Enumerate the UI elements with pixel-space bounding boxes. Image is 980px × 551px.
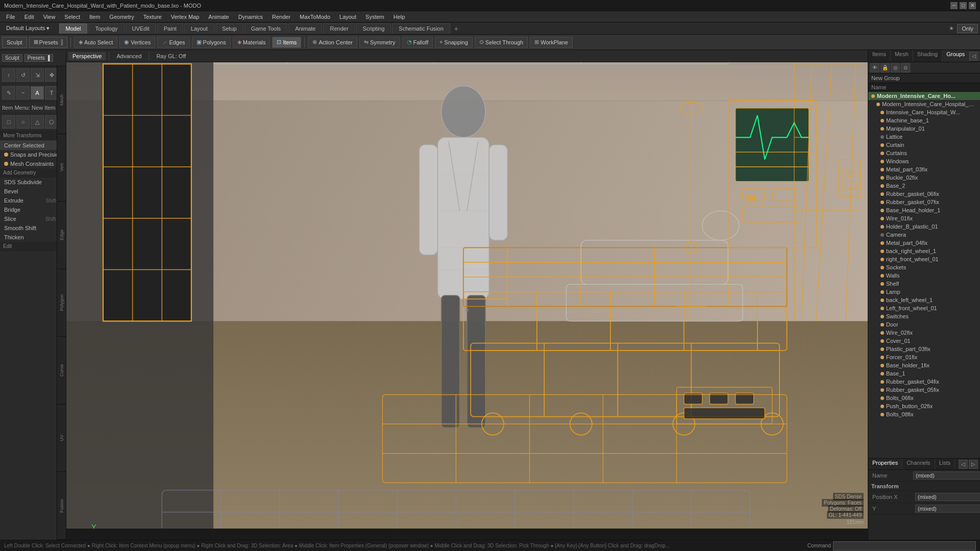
- left-presets-btn[interactable]: Presets ▐: [24, 54, 53, 62]
- new-group-bar[interactable]: New Group: [868, 73, 980, 83]
- presets-button[interactable]: ⊞ Presets ▐: [29, 37, 67, 48]
- prop-tab-channels[interactable]: Channels: [902, 459, 935, 469]
- vertices-button[interactable]: ◉ Vertices: [119, 37, 155, 48]
- vtab-uv[interactable]: UV: [57, 405, 66, 472]
- slice-entry[interactable]: Slice Shift+C: [0, 214, 66, 223]
- scene-item[interactable]: Rubber_gasket_07fix: [868, 198, 980, 206]
- mesh-constraints-entry[interactable]: Mesh Constraints: [0, 159, 66, 168]
- auto-select-button[interactable]: ◈ Auto Select: [74, 37, 117, 48]
- tab-layout[interactable]: Layout: [184, 23, 214, 34]
- rtab-items[interactable]: Items: [868, 50, 891, 62]
- menu-edit[interactable]: Edit: [20, 13, 38, 21]
- prop-tab-lists[interactable]: Lists: [935, 459, 955, 469]
- add-tab-button[interactable]: +: [451, 23, 461, 34]
- vtab-mesh[interactable]: Mesh: [57, 66, 66, 134]
- scene-item[interactable]: Base_2: [868, 182, 980, 190]
- menu-animate[interactable]: Animate: [204, 13, 233, 21]
- vtab-fusion[interactable]: Fusion: [57, 472, 66, 540]
- falloff-button[interactable]: ◔ Falloff: [402, 37, 433, 48]
- scene-item[interactable]: Curtains: [868, 149, 980, 157]
- rtool-eye[interactable]: 👁: [870, 63, 879, 72]
- scene-item[interactable]: Forcer_01fix: [868, 353, 980, 361]
- tab-schematic[interactable]: Schematic Fusion: [392, 23, 450, 34]
- menu-select[interactable]: Select: [60, 13, 84, 21]
- default-layouts-button[interactable]: Default Layouts ▾: [2, 24, 54, 33]
- more-transforms-header[interactable]: More Transforms ▾: [0, 131, 66, 140]
- scene-item[interactable]: Metal_part_04fix: [868, 239, 980, 247]
- maximize-button[interactable]: □: [960, 2, 967, 9]
- viewport-canvas[interactable]: SEL: [66, 62, 868, 529]
- item-menu[interactable]: Item Menu: New Item ▾: [0, 102, 66, 113]
- items-button[interactable]: ⊡ Items: [272, 37, 301, 48]
- prop-name-value[interactable]: [913, 471, 980, 480]
- tab-animate[interactable]: Animate: [288, 23, 322, 34]
- rtab-shading[interactable]: Shading: [913, 50, 942, 62]
- polygons-button[interactable]: ▣ Polygons: [192, 37, 231, 48]
- menu-texture[interactable]: Texture: [139, 13, 166, 21]
- menu-dynamics[interactable]: Dynamics: [234, 13, 267, 21]
- rtab-groups[interactable]: Groups: [942, 50, 969, 62]
- rtool-render[interactable]: ⊙: [901, 63, 910, 72]
- bridge-entry[interactable]: Bridge: [0, 205, 66, 214]
- only-button[interactable]: Only: [957, 24, 978, 33]
- vp-raygl[interactable]: Ray GL: Off: [152, 52, 190, 60]
- prop-posy-value[interactable]: [915, 505, 980, 513]
- sds-subdivide-entry[interactable]: SDS Subdivide D: [0, 178, 66, 187]
- action-center-button[interactable]: ⊕ Action Center: [308, 37, 357, 48]
- prop-posx-value[interactable]: [915, 493, 980, 501]
- menu-file[interactable]: File: [2, 13, 19, 21]
- smooth-shift-entry[interactable]: Smooth Shift: [0, 223, 66, 233]
- minimize-button[interactable]: ─: [950, 2, 958, 9]
- tool-scale[interactable]: ⇲: [31, 68, 44, 82]
- tool-cone[interactable]: △: [31, 115, 44, 129]
- materials-button[interactable]: ◈ Materials: [233, 37, 271, 48]
- workplane-button[interactable]: ⊞ WorkPlane: [530, 37, 573, 48]
- scene-item[interactable]: Modern_Intensive_Care_Hospital_W...: [868, 100, 980, 108]
- bevel-entry[interactable]: Bevel: [0, 187, 66, 196]
- snapping-button[interactable]: ⌖ Snapping: [435, 37, 473, 48]
- scene-item[interactable]: Buckie_02fix: [868, 173, 980, 182]
- tab-paint[interactable]: Paint: [157, 23, 183, 34]
- tab-uvedit[interactable]: UVEdit: [126, 23, 156, 34]
- edges-button[interactable]: ⟋ Edges: [157, 37, 189, 48]
- menu-geometry[interactable]: Geometry: [105, 13, 138, 21]
- menu-layout[interactable]: Layout: [335, 13, 360, 21]
- rtab-collapse[interactable]: ◁: [969, 52, 978, 61]
- tab-scripting[interactable]: Scripting: [356, 23, 391, 34]
- viewport[interactable]: Perspective Advanced Ray GL: Off 🎥 + - ⊡…: [66, 50, 868, 540]
- center-selected-entry[interactable]: Center Selected ▾: [0, 140, 66, 150]
- scene-item[interactable]: back_left_wheel_1: [868, 296, 980, 304]
- scene-item[interactable]: Push_button_02fix: [868, 402, 980, 410]
- scene-item[interactable]: Lamp: [868, 288, 980, 296]
- thicken-entry[interactable]: Thicken: [0, 233, 66, 242]
- prop-tab-properties[interactable]: Properties: [868, 459, 902, 469]
- scene-item[interactable]: Camera: [868, 231, 980, 239]
- scene-item[interactable]: Base_Head_holder_1: [868, 206, 980, 214]
- menu-maxtomodo[interactable]: MaxToModo: [296, 13, 334, 21]
- scene-item[interactable]: Bolts_06fix: [868, 394, 980, 402]
- scene-item[interactable]: Curtain: [868, 141, 980, 149]
- vtab-edge[interactable]: Edge: [57, 202, 66, 269]
- scene-item[interactable]: Base_holder_1fix: [868, 361, 980, 369]
- rtool-lock[interactable]: 🔒: [880, 63, 890, 72]
- scene-item[interactable]: Shelf: [868, 280, 980, 288]
- tool-rotate[interactable]: ↺: [16, 68, 30, 82]
- tool-move[interactable]: ↑: [2, 68, 15, 82]
- scene-item[interactable]: Left_front_wheel_01: [868, 304, 980, 312]
- close-button[interactable]: ✕: [969, 2, 976, 9]
- rtool-vis[interactable]: ◎: [891, 63, 900, 72]
- scene-item[interactable]: Intensive_Care_Hospital_W...: [868, 108, 980, 116]
- tool-pen[interactable]: ✎: [2, 86, 15, 99]
- tool-sphere[interactable]: ○: [16, 115, 30, 129]
- rtab-mesh[interactable]: Mesh: [891, 50, 913, 62]
- scene-item[interactable]: Holder_B_plastic_01: [868, 222, 980, 231]
- vtab-polygon[interactable]: Polygon: [57, 269, 66, 337]
- left-sculpt-btn[interactable]: Sculpt: [2, 54, 22, 62]
- vtab-vert[interactable]: Vert: [57, 134, 66, 202]
- vtab-curve[interactable]: Curve: [57, 337, 66, 405]
- tool-active[interactable]: A: [31, 86, 44, 99]
- tool-box[interactable]: □: [2, 115, 15, 129]
- scene-item[interactable]: Plastic_part_03fix: [868, 345, 980, 353]
- scene-item[interactable]: Manipulator_01: [868, 124, 980, 133]
- scene-item[interactable]: Door: [868, 320, 980, 329]
